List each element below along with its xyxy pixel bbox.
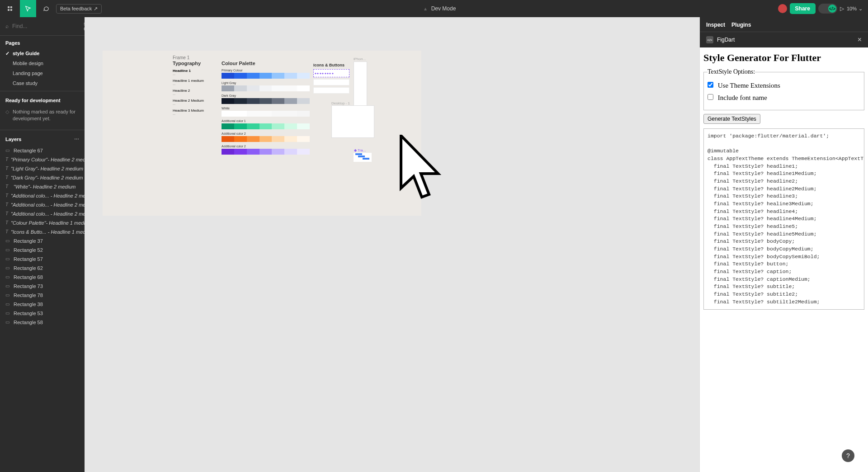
user-avatar[interactable] — [778, 4, 787, 13]
color-swatch[interactable] — [272, 98, 284, 104]
figma-menu-icon[interactable] — [2, 0, 18, 17]
opt-include-font-name[interactable]: Include font name — [708, 94, 767, 101]
sidebar-page[interactable]: style Guide — [0, 48, 85, 58]
color-swatch[interactable] — [272, 85, 284, 91]
color-swatch[interactable] — [247, 85, 259, 91]
color-swatch[interactable] — [297, 123, 310, 129]
tab-plugins[interactable]: Plugins — [731, 22, 751, 28]
color-swatch[interactable] — [234, 98, 247, 104]
color-swatch[interactable] — [247, 136, 259, 142]
color-swatch[interactable] — [259, 123, 272, 129]
color-swatch[interactable] — [272, 73, 284, 79]
color-swatch[interactable] — [297, 149, 310, 155]
comment-icon[interactable] — [38, 0, 54, 17]
color-swatch[interactable] — [247, 123, 259, 129]
checkbox-theme-ext[interactable] — [708, 82, 713, 88]
layer-item[interactable]: T"Icons & Butto... - Headline 1 medi... — [0, 227, 85, 236]
color-swatch[interactable] — [222, 123, 234, 129]
layer-item[interactable]: ▭Rectangle 52 — [0, 245, 85, 255]
color-swatch[interactable] — [259, 136, 272, 142]
color-swatch[interactable] — [234, 123, 247, 129]
opt-theme-extensions[interactable]: Use Theme Extensions — [708, 82, 780, 89]
color-swatch[interactable] — [234, 136, 247, 142]
color-swatch[interactable] — [247, 98, 259, 104]
color-swatch[interactable] — [247, 149, 259, 155]
color-swatch[interactable] — [247, 73, 259, 79]
color-swatch[interactable] — [259, 85, 272, 91]
layer-item[interactable]: ▭Rectangle 58 — [0, 318, 85, 327]
color-swatch[interactable] — [259, 73, 272, 79]
color-swatch[interactable] — [222, 111, 234, 117]
checkbox-font-name[interactable] — [708, 94, 713, 100]
sidebar-page[interactable]: Mobile design — [0, 58, 85, 68]
share-button[interactable]: Share — [790, 3, 816, 14]
layer-item[interactable]: T"Additional colo... - Headline 2 medi..… — [0, 191, 85, 200]
color-swatch[interactable] — [284, 123, 297, 129]
play-icon[interactable]: ▷ — [840, 5, 844, 12]
generate-button[interactable]: Generate TextStyles — [703, 114, 760, 124]
move-tool-icon[interactable] — [20, 0, 36, 17]
more-icon[interactable]: ⋯ — [74, 137, 79, 142]
desktop-frame[interactable] — [331, 105, 374, 138]
color-swatch[interactable] — [284, 136, 297, 142]
layer-item[interactable]: ▭Rectangle 38 — [0, 300, 85, 309]
layer-item[interactable]: ▭Rectangle 57 — [0, 255, 85, 264]
color-swatch[interactable] — [297, 73, 310, 79]
layer-item[interactable]: T"Light Gray"- Headline 2 medium — [0, 164, 85, 173]
color-swatch[interactable] — [222, 73, 234, 79]
color-swatch[interactable] — [259, 111, 272, 117]
color-swatch[interactable] — [284, 149, 297, 155]
layer-item[interactable]: T"Primary Colour"- Headline 2 medium — [0, 155, 85, 164]
beta-feedback-button[interactable]: Beta feedback ↗ — [56, 4, 102, 14]
color-swatch[interactable] — [284, 111, 297, 117]
color-swatch[interactable] — [222, 85, 234, 91]
color-swatch[interactable] — [234, 73, 247, 79]
layer-item[interactable]: ▭Rectangle 53 — [0, 309, 85, 318]
layer-item[interactable]: T"Dark Gray"- Headline 2 medium — [0, 173, 85, 182]
canvas[interactable]: Frame 1 Typography Headline 1—Headline 1… — [85, 17, 699, 472]
layer-item[interactable]: T"White"- Headline 2 medium — [0, 182, 85, 191]
tra-component[interactable] — [354, 153, 372, 162]
color-swatch[interactable] — [297, 85, 310, 91]
zoom-control[interactable]: 10% ⌄ — [847, 6, 863, 12]
color-swatch[interactable] — [284, 98, 297, 104]
layer-item[interactable]: T"Additional colo... - Headline 2 medi..… — [0, 200, 85, 209]
plugin-title: Style Generator For Flutter — [703, 52, 864, 64]
color-swatch[interactable] — [222, 98, 234, 104]
color-swatch[interactable] — [272, 123, 284, 129]
layer-item[interactable]: ▭Rectangle 67 — [0, 146, 85, 155]
dev-mode-toggle[interactable]: </> — [818, 4, 837, 14]
search-input[interactable] — [12, 23, 80, 29]
color-swatch[interactable] — [297, 98, 310, 104]
color-swatch[interactable] — [259, 149, 272, 155]
color-swatch[interactable] — [272, 111, 284, 117]
help-button[interactable]: ? — [842, 449, 854, 462]
generated-code-output[interactable]: import 'package:flutter/material.dart'; … — [703, 128, 864, 310]
layer-item[interactable]: ▭Rectangle 78 — [0, 291, 85, 300]
layer-item[interactable]: ▭Rectangle 62 — [0, 264, 85, 273]
layer-item[interactable]: T"Additional colo... - Headline 2 medi..… — [0, 209, 85, 218]
tab-inspect[interactable]: Inspect — [706, 22, 725, 28]
color-swatch[interactable] — [284, 85, 297, 91]
color-swatch[interactable] — [247, 111, 259, 117]
layer-item[interactable]: T"Colour Palette"- Headline 1 medium — [0, 218, 85, 227]
close-plugin-icon[interactable]: × — [858, 36, 862, 44]
color-swatch[interactable] — [284, 73, 297, 79]
color-swatch[interactable] — [259, 98, 272, 104]
iphone-frame[interactable] — [354, 61, 367, 107]
color-swatch[interactable] — [234, 149, 247, 155]
color-swatch[interactable] — [222, 149, 234, 155]
color-swatch[interactable] — [222, 136, 234, 142]
color-swatch[interactable] — [297, 136, 310, 142]
color-swatch[interactable] — [272, 136, 284, 142]
color-swatch[interactable] — [234, 111, 247, 117]
color-swatch[interactable] — [234, 85, 247, 91]
sidebar-page[interactable]: Landing page — [0, 68, 85, 78]
artboard-frame1[interactable]: Frame 1 Typography Headline 1—Headline 1… — [103, 51, 421, 216]
layer-item[interactable]: ▭Rectangle 37 — [0, 236, 85, 245]
color-swatch[interactable] — [297, 111, 310, 117]
sidebar-page[interactable]: Case study — [0, 78, 85, 88]
layer-item[interactable]: ▭Rectangle 73 — [0, 282, 85, 291]
layer-item[interactable]: ▭Rectangle 68 — [0, 273, 85, 282]
color-swatch[interactable] — [272, 149, 284, 155]
